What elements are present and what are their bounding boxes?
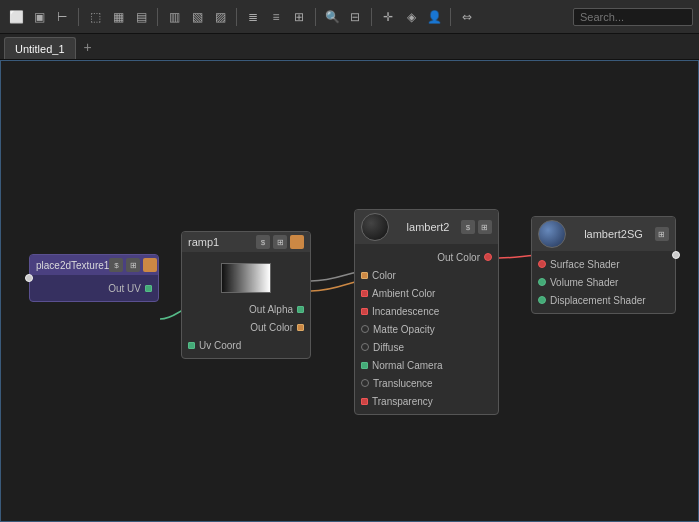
port-surface-label: Surface Shader [550,259,620,270]
sep6 [450,8,451,26]
port-normal[interactable] [361,362,368,369]
container-icon[interactable]: ▣ [29,7,49,27]
port-translucence-label: Translucence [373,378,433,389]
sep5 [371,8,372,26]
port-matte[interactable] [361,325,369,333]
port-lambert2sg-right[interactable] [672,251,680,259]
tab-label: Untitled_1 [15,43,65,55]
port-row-uv-coord: Uv Coord [182,336,310,354]
tabs-bar: Untitled_1 + [0,34,699,60]
port-displacement-label: Displacement Shader [550,295,646,306]
node-ramp-orange-icon[interactable] [290,235,304,249]
node-lambert2sg[interactable]: lambert2SG ⊞ Surface Shader Volume Shade… [531,216,676,314]
node-ramp-header[interactable]: ramp1 $ ⊞ [182,232,310,252]
node-ramp-grid-icon[interactable]: ⊞ [273,235,287,249]
port-matte-label: Matte Opacity [373,324,435,335]
layout3-icon[interactable]: ▥ [164,7,184,27]
port-lambert2-out[interactable] [484,253,492,261]
port-uv-coord[interactable] [188,342,195,349]
node-icon-orange[interactable] [143,258,157,272]
toolbar: ⬜ ▣ ⊢ ⬚ ▦ ▤ ▥ ▧ ▨ ≣ ≡ ⊞ 🔍 ⊟ ✛ ◈ 👤 ⇔ [0,0,699,34]
port-diffuse[interactable] [361,343,369,351]
person-icon[interactable]: 👤 [424,7,444,27]
port-ambient-label: Ambient Color [372,288,435,299]
port-diffuse-label: Diffuse [373,342,404,353]
port-row-incandescence: Incandescence [355,302,498,320]
port-row-color: Color [355,266,498,284]
select-icon[interactable]: ⬜ [6,7,26,27]
search2-icon[interactable]: 🔍 [322,7,342,27]
port-row-translucence: Translucence [355,374,498,392]
node-place2d-header[interactable]: place2dTexture1 $ ⊞ [30,255,158,275]
node-lambert2sg-body: Surface Shader Volume Shader Displacemen… [532,251,675,313]
port-out-alpha[interactable] [297,306,304,313]
sep4 [315,8,316,26]
port-outuv[interactable] [145,285,152,292]
port-volume[interactable] [538,278,546,286]
node-canvas: place2dTexture1 $ ⊞ Out UV ramp1 $ ⊞ [0,60,699,522]
layout5-icon[interactable]: ▨ [210,7,230,27]
port-lambert2-out-label: Out Color [437,252,480,263]
marquee-icon[interactable]: ⬚ [85,7,105,27]
node-ramp-title: ramp1 [188,236,219,248]
port-row-out-color: Out Color [182,318,310,336]
node-lambert2sg-icons: ⊞ [655,227,669,241]
layout8-icon[interactable]: ⊞ [289,7,309,27]
layout6-icon[interactable]: ≣ [243,7,263,27]
port-row-lambert2-out: Out Color [355,248,498,266]
node-lambert2-header[interactable]: lambert2 $ ⊞ [355,210,498,244]
port-row-surface: Surface Shader [532,255,675,273]
node-lambert2sg-header[interactable]: lambert2SG ⊞ [532,217,675,251]
node-ramp-icons: $ ⊞ [256,235,304,249]
port-row-outuv: Out UV [30,279,158,297]
layout4-icon[interactable]: ▧ [187,7,207,27]
port-out-color[interactable] [297,324,304,331]
port-color-label: Color [372,270,396,281]
port-row-normal: Normal Camera [355,356,498,374]
tab-untitled1[interactable]: Untitled_1 [4,37,76,59]
port-normal-label: Normal Camera [372,360,443,371]
cursor-icon[interactable]: ⊢ [52,7,72,27]
port-out-color-label: Out Color [250,322,293,333]
nodes-icon[interactable]: ◈ [401,7,421,27]
port-ambient[interactable] [361,290,368,297]
node-lambert2[interactable]: lambert2 $ ⊞ Out Color Color Ambient Col… [354,209,499,415]
node-place2d-icons: $ ⊞ [109,258,157,272]
node-place2d-body: Out UV [30,275,158,301]
port-incandescence-label: Incandescence [372,306,439,317]
grid-icon[interactable]: ⊟ [345,7,365,27]
add-tab-button[interactable]: + [78,37,98,57]
node-lambert2-dollar-icon[interactable]: $ [461,220,475,234]
port-row-ambient: Ambient Color [355,284,498,302]
node-lambert2-grid-icon[interactable]: ⊞ [478,220,492,234]
node-lambert2sg-grid-icon[interactable]: ⊞ [655,227,669,241]
node-ramp-dollar-icon[interactable]: $ [256,235,270,249]
port-transparency[interactable] [361,398,368,405]
port-outuv-label: Out UV [108,283,141,294]
node-lambert2-icons: $ ⊞ [461,220,492,234]
port-displacement[interactable] [538,296,546,304]
port-row-out-alpha: Out Alpha [182,300,310,318]
port-color[interactable] [361,272,368,279]
node-lambert2sg-title: lambert2SG [584,228,643,240]
layout1-icon[interactable]: ▦ [108,7,128,27]
port-row-transparency: Transparency [355,392,498,410]
node-icon-dollar[interactable]: $ [109,258,123,272]
search-input[interactable] [573,8,693,26]
port-translucence[interactable] [361,379,369,387]
ramp-preview [221,263,271,293]
layout7-icon[interactable]: ≡ [266,7,286,27]
node-place2dtexture1[interactable]: place2dTexture1 $ ⊞ Out UV [29,254,159,302]
node-ramp1[interactable]: ramp1 $ ⊞ Out Alpha Out Color Uv Co [181,231,311,359]
port-row-matte: Matte Opacity [355,320,498,338]
layout2-icon[interactable]: ▤ [131,7,151,27]
cross-icon[interactable]: ✛ [378,7,398,27]
port-place2d-left[interactable] [25,274,33,282]
port-surface[interactable] [538,260,546,268]
port-transparency-label: Transparency [372,396,433,407]
node-icon-grid[interactable]: ⊞ [126,258,140,272]
resize-icon[interactable]: ⇔ [457,7,477,27]
port-out-alpha-label: Out Alpha [249,304,293,315]
node-lambert2-title: lambert2 [407,221,450,233]
port-incandescence[interactable] [361,308,368,315]
